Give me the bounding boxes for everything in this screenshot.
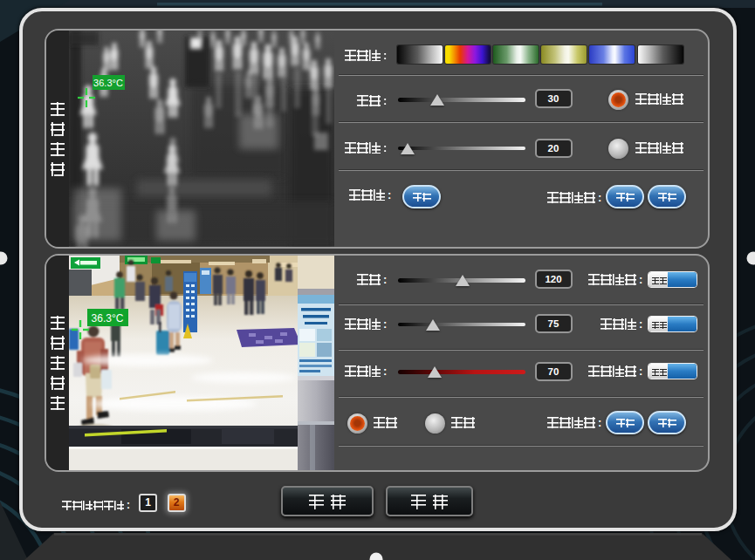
svg-text:36.3°C: 36.3°C — [93, 78, 123, 88]
svg-text:36.3°C: 36.3°C — [92, 312, 124, 324]
